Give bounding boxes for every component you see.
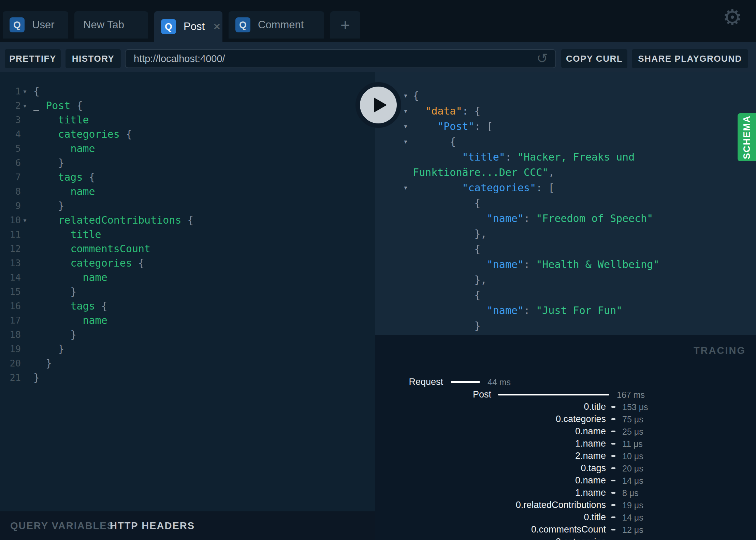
query-badge: Q [161, 19, 176, 34]
code-text: } [413, 318, 481, 333]
code-text: tags { [33, 299, 107, 313]
fold-arrow-icon[interactable]: ▾ [23, 213, 31, 227]
tab-label: New Tab [83, 19, 124, 31]
trace-field-duration: 153 μs [622, 402, 648, 412]
query-line-7: 7 tags { [0, 170, 375, 184]
code-text: "Post": [ [413, 119, 493, 134]
tab-new-tab[interactable]: New Tab [74, 11, 148, 39]
trace-field-path: 0.name [375, 426, 606, 437]
response-line-1: ▾{ [375, 88, 756, 103]
query-badge: Q [10, 17, 25, 32]
line-number: 10 [0, 213, 21, 227]
query-line-11: 11 title [0, 227, 375, 242]
query-line-4: 4 categories { [0, 127, 375, 141]
tab-comment[interactable]: QComment [229, 11, 324, 39]
response-line-7: ▾ "categories": [ [375, 180, 756, 195]
code-text: Funktionäre...Der CCC", [413, 165, 554, 180]
query-badge: Q [235, 17, 250, 32]
query-editor[interactable]: 1▾{2▾ Post {3 title4 categories {5 name6… [0, 72, 375, 511]
reload-schema-icon[interactable]: ↺ [536, 50, 548, 66]
code-text: } [33, 328, 76, 342]
code-text: title [33, 227, 101, 242]
query-line-2: 2▾ Post { [0, 99, 375, 113]
code-text: }, [413, 272, 487, 287]
tab-post[interactable]: QPost✕ [154, 11, 222, 42]
response-viewer: ▾{▾ "data": {▾ "Post": [▾ { "title": "Ha… [375, 72, 756, 335]
toolbar: PRETTIFY HISTORY http://localhost:4000/ … [0, 42, 756, 72]
response-line-5: "title": "Hacker, Freaks und [375, 149, 756, 165]
trace-request-label: Request [375, 377, 443, 387]
response-line-6: Funktionäre...Der CCC", [375, 165, 756, 180]
trace-field-duration: 19 μs [622, 500, 643, 510]
line-number: 9 [0, 199, 21, 213]
new-tab-button[interactable]: + [330, 11, 360, 39]
line-number: 19 [0, 342, 21, 356]
endpoint-url-input[interactable]: http://localhost:4000/ ↺ [125, 49, 556, 68]
query-line-1: 1▾{ [0, 84, 375, 99]
code-text: "data": { [413, 103, 481, 119]
trace-field-duration: 10 μs [622, 451, 643, 461]
trace-field-bar [611, 406, 615, 408]
trace-field-duration: 8 μs [622, 488, 639, 498]
query-line-18: 18 } [0, 328, 375, 342]
fold-arrow-icon[interactable]: ▾ [403, 180, 408, 195]
code-text: }, [413, 226, 487, 241]
trace-field-path: 2.name [375, 451, 606, 461]
trace-field-path: 0.tags [375, 463, 606, 474]
line-number: 4 [0, 127, 21, 141]
code-text: { [413, 241, 481, 257]
code-text: name [33, 141, 95, 156]
code-text: } [33, 156, 64, 170]
fold-arrow-icon[interactable]: ▾ [403, 103, 408, 119]
query-variables-tab[interactable]: QUERY VARIABLES [10, 520, 114, 531]
schema-tab-button[interactable]: SCHEMA [738, 113, 756, 161]
trace-field-bar [611, 480, 615, 481]
trace-field-bar [611, 418, 615, 420]
fold-arrow-icon[interactable]: ▾ [23, 84, 31, 99]
code-text: name [33, 313, 107, 328]
code-text: } [33, 371, 40, 385]
trace-field-bar [611, 443, 615, 445]
fold-arrow-icon[interactable]: ▾ [403, 119, 408, 134]
fold-arrow-icon[interactable]: ▾ [403, 134, 408, 149]
trace-field-path: 0.relatedContributions [375, 500, 606, 510]
trace-field-path: 1.name [375, 438, 606, 449]
schema-tab-label: SCHEMA [742, 115, 752, 159]
tab-label: Comment [258, 19, 304, 31]
tracing-panel: TRACING Request44 msPost167 ms0.title153… [375, 335, 756, 540]
response-line-12: "name": "Health & Wellbeing" [375, 257, 756, 272]
copy-curl-button[interactable]: COPY CURL [561, 49, 627, 68]
line-number: 18 [0, 328, 21, 342]
fold-arrow-icon[interactable]: ▾ [403, 88, 408, 103]
history-button[interactable]: HISTORY [66, 49, 121, 68]
prettify-button[interactable]: PRETTIFY [5, 49, 61, 68]
response-line-15: "name": "Just For Fun" [375, 303, 756, 318]
trace-field-bar [611, 529, 615, 530]
trace-resolver-label: Post [375, 389, 491, 400]
query-line-6: 6 } [0, 156, 375, 170]
query-line-21: 21} [0, 371, 375, 385]
tab-user[interactable]: QUser [3, 11, 68, 39]
execute-query-button[interactable] [355, 82, 401, 128]
fold-arrow-icon[interactable]: ▾ [23, 99, 31, 113]
tab-bar: QUserNew TabQPost✕QComment + ⚙ [0, 0, 756, 42]
response-line-16: } [375, 318, 756, 333]
line-number: 5 [0, 141, 21, 156]
line-number: 7 [0, 170, 21, 184]
response-line-14: { [375, 287, 756, 303]
code-text: } [33, 342, 64, 356]
trace-field-duration: 20 μs [622, 464, 643, 474]
settings-gear-icon[interactable]: ⚙ [723, 5, 742, 30]
response-line-13: }, [375, 272, 756, 287]
trace-field-path: 0.categories [375, 414, 606, 424]
trace-field-bar [611, 492, 615, 494]
code-text: name [33, 184, 95, 199]
trace-field-bar [611, 455, 615, 457]
query-line-3: 3 title [0, 113, 375, 127]
code-text: commentsCount [33, 242, 150, 256]
line-number: 12 [0, 242, 21, 256]
http-headers-tab[interactable]: HTTP HEADERS [110, 520, 195, 531]
share-playground-button[interactable]: SHARE PLAYGROUND [632, 49, 748, 68]
close-tab-icon[interactable]: ✕ [213, 21, 221, 32]
line-number: 2 [0, 99, 21, 113]
